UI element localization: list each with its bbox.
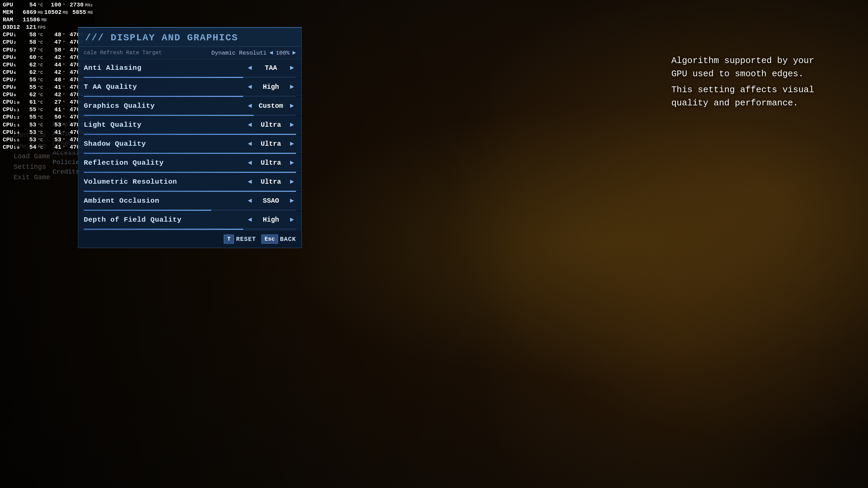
setting-arrow-right[interactable]: ►	[288, 177, 296, 186]
setting-name: Shadow Quality	[84, 140, 146, 148]
setting-row[interactable]: Graphics Quality ◄ Custom ►	[78, 97, 301, 115]
hud-unit2: °	[63, 130, 65, 136]
setting-arrow-left[interactable]: ◄	[246, 63, 254, 73]
reset-label: RESET	[236, 236, 256, 243]
setting-row[interactable]: Depth of Field Quality ◄ High ►	[78, 211, 301, 229]
hud-label: CPU₉	[3, 91, 21, 99]
setting-row[interactable]: Anti Aliasing ◄ TAA ►	[78, 59, 301, 77]
setting-arrow-right[interactable]: ►	[288, 158, 296, 167]
setting-bar	[84, 77, 243, 78]
panel-title-text: /// DISPLAY AND GRAPHICS	[85, 33, 238, 43]
hud-val1: 60	[23, 54, 36, 61]
description-line: Algorithm supported by your GPU used to …	[671, 54, 834, 81]
setting-row[interactable]: Reflection Quality ◄ Ultra ►	[78, 154, 301, 172]
setting-value: Ultra	[257, 140, 284, 148]
hud-unit1: °C	[38, 70, 43, 76]
hud-unit1: °C	[38, 100, 43, 106]
setting-arrow-right[interactable]: ►	[288, 63, 296, 73]
setting-bar-wrap	[84, 77, 296, 78]
setting-control: ◄ Ultra ►	[235, 139, 296, 148]
left-menu-item[interactable]: Exit Game	[14, 174, 50, 181]
hud-label: RAM	[3, 16, 21, 24]
setting-row[interactable]: Shadow Quality ◄ Ultra ►	[78, 135, 301, 153]
setting-bar-wrap	[84, 153, 296, 154]
setting-name: Ambient Occlusion	[84, 197, 159, 205]
hud-val1: 53	[23, 136, 36, 144]
hud-label: CPU₇	[3, 76, 21, 84]
hud-val2: 47	[44, 39, 61, 46]
hud-unit2: °	[63, 138, 65, 143]
hud-unit1: °C	[38, 78, 43, 83]
setting-control: ◄ Ultra ►	[235, 120, 296, 129]
back-button[interactable]: Esc BACK	[261, 235, 296, 244]
setting-arrow-left[interactable]: ◄	[246, 82, 254, 92]
setting-arrow-left[interactable]: ◄	[246, 177, 254, 186]
setting-arrow-right[interactable]: ►	[288, 215, 296, 224]
setting-arrow-left[interactable]: ◄	[246, 101, 254, 110]
hud-unit2: °	[63, 3, 65, 8]
hud-unit3: MB	[87, 10, 93, 16]
setting-bar-wrap	[84, 134, 296, 135]
setting-arrow-right[interactable]: ►	[288, 196, 296, 205]
setting-bar-wrap	[84, 210, 296, 211]
hud-unit1: MB	[41, 18, 47, 23]
setting-bar	[84, 210, 211, 211]
hud-label: CPU₁₆	[3, 144, 21, 151]
hud-label: CPU₁₁	[3, 106, 21, 114]
setting-arrow-right[interactable]: ►	[288, 139, 296, 148]
reset-button[interactable]: T RESET	[224, 235, 256, 244]
setting-name: Volumetric Resolution	[84, 178, 177, 186]
setting-bar	[84, 115, 254, 116]
hud-label: GPU	[3, 1, 21, 9]
setting-arrow-left[interactable]: ◄	[246, 139, 254, 148]
setting-row[interactable]: T AA Quality ◄ High ►	[78, 78, 301, 96]
panel-title: /// DISPLAY AND GRAPHICS	[78, 28, 301, 47]
left-menu-item[interactable]: Load Game	[14, 152, 50, 160]
setting-bar	[84, 134, 296, 135]
setting-arrow-right[interactable]: ►	[288, 101, 296, 110]
setting-control: ◄ SSAO ►	[235, 196, 296, 205]
setting-row[interactable]: Light Quality ◄ Ultra ►	[78, 116, 301, 134]
scroll-right-arrow[interactable]: ►	[292, 49, 296, 56]
hud-label: CPU₆	[3, 69, 21, 76]
setting-arrow-right[interactable]: ►	[288, 120, 296, 129]
hud-label: CPU₈	[3, 84, 21, 91]
panel-footer: T RESET Esc BACK	[78, 230, 301, 248]
back-key-badge: Esc	[261, 235, 278, 244]
left-menu-item[interactable]: Settings	[14, 163, 50, 171]
hud-label: CPU₂	[3, 39, 21, 46]
setting-arrow-left[interactable]: ◄	[246, 215, 254, 224]
scroll-left-arrow[interactable]: ◄	[270, 49, 273, 56]
setting-value: High	[257, 83, 284, 91]
hud-label: CPU₃	[3, 46, 21, 54]
hud-val2: 44	[44, 61, 61, 69]
setting-bar-wrap	[84, 191, 296, 192]
hud-unit1: °C	[38, 3, 43, 8]
setting-value: Custom	[257, 102, 284, 110]
hud-val1: 55	[23, 76, 36, 84]
setting-row[interactable]: Ambient Occlusion ◄ SSAO ►	[78, 192, 301, 210]
setting-bar-wrap	[84, 229, 296, 230]
hud-val1: 62	[23, 69, 36, 76]
hud-label: CPU₅	[3, 61, 21, 69]
hud-unit1: °C	[38, 123, 43, 128]
setting-arrow-left[interactable]: ◄	[246, 120, 254, 129]
setting-row[interactable]: Volumetric Resolution ◄ Ultra ►	[78, 173, 301, 191]
hud-val1: 58	[23, 39, 36, 46]
hud-unit1: °C	[38, 145, 43, 151]
setting-arrow-right[interactable]: ►	[288, 82, 296, 92]
hud-val2: 100	[44, 1, 61, 9]
hud-val1: 53	[23, 121, 36, 129]
hud-val2: 50	[44, 114, 61, 121]
back-label: BACK	[280, 236, 296, 243]
hud-label: CPU₁₀	[3, 99, 21, 106]
hud-row: MEM6869MB10502MB5855MB	[3, 9, 92, 16]
hud-unit2: °	[63, 123, 65, 128]
hud-val2: 42	[44, 54, 61, 61]
hud-label: CPU₁	[3, 31, 21, 39]
setting-arrow-left[interactable]: ◄	[246, 196, 254, 205]
hud-unit2: °	[63, 115, 65, 121]
setting-name: T AA Quality	[84, 83, 137, 91]
hud-val2: 41	[44, 84, 61, 91]
setting-arrow-left[interactable]: ◄	[246, 158, 254, 167]
